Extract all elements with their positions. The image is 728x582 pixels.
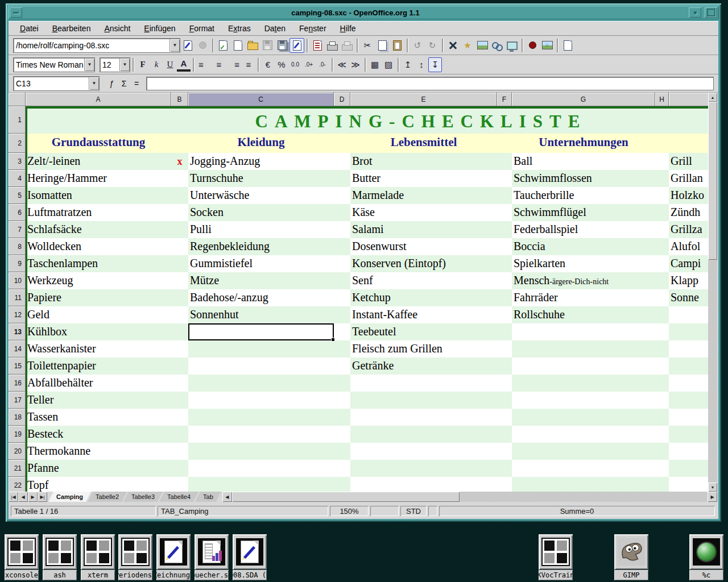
align-center-icon[interactable]: ≡: [212, 57, 226, 72]
new-document-icon[interactable]: [230, 38, 245, 53]
sum-icon[interactable]: Σ: [118, 77, 130, 90]
cell-A9[interactable]: Taschenlampen: [26, 255, 171, 272]
cell-F4[interactable]: [497, 170, 512, 187]
cell-D20[interactable]: [334, 443, 350, 460]
cell-H5[interactable]: [655, 187, 669, 204]
cell-A15[interactable]: Toilettenpapier: [26, 357, 171, 375]
cell-D4[interactable]: [334, 170, 350, 187]
cell-G19[interactable]: [512, 426, 655, 443]
cell-D5[interactable]: [334, 187, 350, 204]
row-header-5[interactable]: 5: [9, 187, 26, 204]
cell-F16[interactable]: [497, 375, 512, 392]
cell-G11[interactable]: Fahrräder: [512, 289, 655, 306]
cell-E11[interactable]: Ketchup: [350, 289, 497, 306]
cell-I9[interactable]: Campi: [669, 255, 708, 272]
cell-I3[interactable]: Grill: [669, 153, 708, 170]
menu-format[interactable]: Format: [183, 23, 221, 34]
status-selection-mode[interactable]: STD: [400, 506, 427, 516]
sheet-title-cell[interactable]: CAMPING-CHECKLISTE: [26, 106, 708, 134]
row-header-13[interactable]: 13: [9, 323, 26, 340]
cell-E4[interactable]: Butter: [350, 170, 497, 187]
cell-D21[interactable]: [334, 460, 350, 477]
column-header-B[interactable]: B: [171, 93, 188, 106]
desktop-icon-xterm[interactable]: xterm: [81, 534, 115, 580]
cell-H7[interactable]: [655, 221, 669, 238]
cell-F7[interactable]: [497, 221, 512, 238]
cell-F3[interactable]: [497, 153, 512, 170]
status-page-style[interactable]: TAB_Camping: [158, 506, 328, 516]
cell-I8[interactable]: Alufol: [669, 238, 708, 255]
row-header-1[interactable]: 1: [9, 106, 26, 134]
font-name-combobox[interactable]: Times New Roman ▼: [13, 57, 95, 72]
cell-I13[interactable]: [669, 323, 708, 340]
cell-I21[interactable]: [669, 460, 708, 477]
cell-C17[interactable]: [188, 392, 334, 409]
cell-E10[interactable]: Senf: [350, 272, 497, 289]
url-combobox[interactable]: /home/rolf/camping-08.sxc ▼: [13, 38, 180, 53]
cell-H19[interactable]: [655, 426, 669, 443]
print-icon[interactable]: [325, 38, 340, 53]
cell-E18[interactable]: [350, 409, 497, 426]
menu-ansicht[interactable]: Ansicht: [97, 23, 137, 34]
desktop-icon-zeichnung-[interactable]: Zeichnung-: [156, 534, 191, 580]
row-header-15[interactable]: 15: [9, 357, 26, 375]
cell-H17[interactable]: [655, 392, 669, 409]
increase-indent-icon[interactable]: ≫: [349, 57, 362, 72]
cell-cursor[interactable]: [188, 323, 334, 340]
document-as-email-icon[interactable]: [310, 38, 325, 53]
formula-input-line[interactable]: [146, 77, 714, 90]
window-menu-button[interactable]: [10, 7, 22, 18]
previous-sheet-icon[interactable]: ◀: [18, 492, 28, 502]
hyperlink-icon[interactable]: [490, 38, 504, 53]
cell-F22[interactable]: [497, 477, 512, 492]
column-header-I[interactable]: I: [669, 93, 708, 106]
cell-H10[interactable]: [655, 272, 669, 289]
row-header-8[interactable]: 8: [9, 238, 26, 255]
function-wizard-icon[interactable]: ƒ: [105, 77, 118, 90]
status-zoom-level[interactable]: 150%: [330, 506, 369, 516]
row-header-11[interactable]: 11: [9, 289, 26, 306]
cell-D9[interactable]: [334, 255, 350, 272]
cell-F20[interactable]: [497, 443, 512, 460]
cell-C9[interactable]: Gummistiefel: [188, 255, 334, 272]
desktop-icon-kvoctrain[interactable]: KVocTrain: [539, 534, 573, 580]
cell-D14[interactable]: [334, 340, 350, 357]
vertical-scrollbar[interactable]: ▲ ▼: [708, 93, 717, 492]
url-dropdown-icon[interactable]: ▼: [169, 39, 180, 52]
valign-top-icon[interactable]: ↥: [401, 57, 415, 72]
cell-D6[interactable]: [334, 204, 350, 221]
row-header-18[interactable]: 18: [9, 409, 26, 426]
cell-E12[interactable]: Instant-Kaffee: [350, 306, 497, 323]
cell-B5[interactable]: [171, 187, 188, 204]
cell-I22[interactable]: [669, 477, 708, 492]
redo-icon[interactable]: ↻: [425, 38, 440, 53]
cell-I18[interactable]: [669, 409, 708, 426]
stop-loading-icon[interactable]: [195, 38, 210, 53]
font-size-combobox[interactable]: 12 ▼: [100, 57, 130, 72]
cell-D22[interactable]: [334, 477, 350, 492]
row-header-7[interactable]: 7: [9, 221, 26, 238]
cell-A12[interactable]: Geld: [26, 306, 171, 323]
cell-B10[interactable]: [171, 272, 188, 289]
cell-G18[interactable]: [512, 409, 655, 426]
cell-E14[interactable]: Fleisch zum Grillen: [350, 340, 497, 357]
decrease-indent-icon[interactable]: ≪: [335, 57, 349, 72]
new-from-template-icon[interactable]: ✓: [216, 38, 230, 53]
cell-A8[interactable]: Wolldecken: [26, 238, 171, 255]
cell-C21[interactable]: [188, 460, 334, 477]
column-header-G[interactable]: G: [512, 93, 655, 106]
bold-icon[interactable]: F: [136, 57, 150, 72]
cell-G9[interactable]: Spielkarten: [512, 255, 655, 272]
cell-reference-box[interactable]: C13 ▼: [13, 76, 100, 91]
cell-E17[interactable]: [350, 392, 497, 409]
cell-E20[interactable]: [350, 443, 497, 460]
cell-C4[interactable]: Turnschuhe: [188, 170, 334, 187]
delete-decimal-icon[interactable]: .0-: [316, 57, 329, 72]
cell-B12[interactable]: [171, 306, 188, 323]
cell-G20[interactable]: [512, 443, 655, 460]
scroll-down-icon[interactable]: ▼: [708, 483, 717, 492]
underline-icon[interactable]: U: [163, 57, 177, 72]
cell-B3[interactable]: x: [171, 153, 188, 170]
cell-E22[interactable]: [350, 477, 497, 492]
cell-B4[interactable]: [171, 170, 188, 187]
